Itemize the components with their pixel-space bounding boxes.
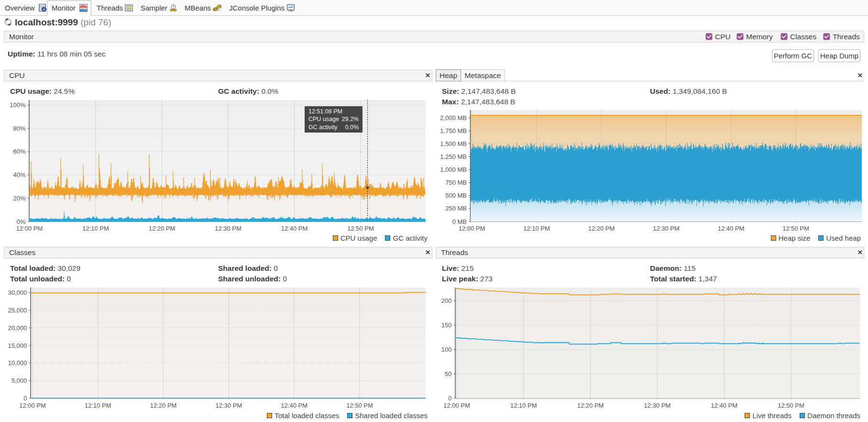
svg-text:750 MB: 750 MB: [445, 179, 467, 186]
svg-text:1,500 MB: 1,500 MB: [440, 140, 467, 147]
svg-text:12:00 PM: 12:00 PM: [459, 225, 485, 232]
svg-text:15,000: 15,000: [8, 342, 27, 349]
svg-text:0 MB: 0 MB: [452, 218, 467, 225]
svg-text:12:30 PM: 12:30 PM: [653, 225, 680, 232]
svg-text:50: 50: [445, 370, 451, 378]
svg-text:60%: 60%: [13, 148, 25, 155]
svg-text:25,000: 25,000: [8, 307, 27, 314]
svg-text:12:10 PM: 12:10 PM: [510, 402, 537, 409]
svg-text:30,000: 30,000: [8, 289, 27, 296]
svg-text:12:40 PM: 12:40 PM: [281, 225, 308, 232]
svg-text:12:20 PM: 12:20 PM: [150, 402, 177, 409]
svg-text:12:40 PM: 12:40 PM: [281, 402, 308, 409]
svg-text:2,000 MB: 2,000 MB: [440, 114, 467, 122]
svg-text:12:10 PM: 12:10 PM: [85, 402, 111, 409]
svg-text:500 MB: 500 MB: [445, 192, 467, 199]
svg-text:10,000: 10,000: [8, 359, 27, 366]
svg-text:0: 0: [23, 395, 27, 402]
svg-text:20%: 20%: [13, 195, 25, 202]
svg-text:12:00 PM: 12:00 PM: [443, 402, 470, 409]
svg-text:40%: 40%: [13, 171, 25, 178]
svg-text:12:50 PM: 12:50 PM: [347, 225, 374, 232]
svg-text:12:00 PM: 12:00 PM: [19, 402, 46, 409]
svg-text:12:50 PM: 12:50 PM: [346, 402, 373, 409]
svg-text:12:50 PM: 12:50 PM: [778, 402, 804, 409]
svg-text:12:40 PM: 12:40 PM: [718, 225, 745, 232]
svg-text:0%: 0%: [17, 218, 26, 225]
svg-text:1,250 MB: 1,250 MB: [440, 153, 467, 160]
svg-text:5,000: 5,000: [11, 377, 27, 384]
svg-text:12:50 PM: 12:50 PM: [782, 225, 809, 232]
svg-text:12:20 PM: 12:20 PM: [577, 402, 604, 409]
svg-text:0: 0: [448, 395, 451, 402]
svg-text:12:30 PM: 12:30 PM: [644, 402, 671, 409]
svg-text:80%: 80%: [13, 125, 25, 132]
svg-text:100: 100: [441, 346, 452, 353]
svg-text:100%: 100%: [10, 101, 26, 109]
svg-text:250 MB: 250 MB: [445, 205, 467, 212]
svg-text:200: 200: [441, 297, 452, 304]
svg-text:12:40 PM: 12:40 PM: [711, 402, 737, 409]
svg-text:12:10 PM: 12:10 PM: [82, 225, 109, 232]
svg-text:12:30 PM: 12:30 PM: [216, 402, 242, 409]
svg-text:1,000 MB: 1,000 MB: [440, 166, 467, 173]
svg-text:20,000: 20,000: [8, 324, 27, 332]
svg-text:12:00 PM: 12:00 PM: [16, 225, 43, 232]
svg-text:1,750 MB: 1,750 MB: [440, 127, 467, 134]
svg-text:12:20 PM: 12:20 PM: [588, 225, 615, 232]
svg-text:12:20 PM: 12:20 PM: [149, 225, 176, 232]
svg-text:150: 150: [441, 322, 452, 329]
svg-text:12:10 PM: 12:10 PM: [523, 225, 550, 232]
svg-text:12:30 PM: 12:30 PM: [215, 225, 242, 232]
